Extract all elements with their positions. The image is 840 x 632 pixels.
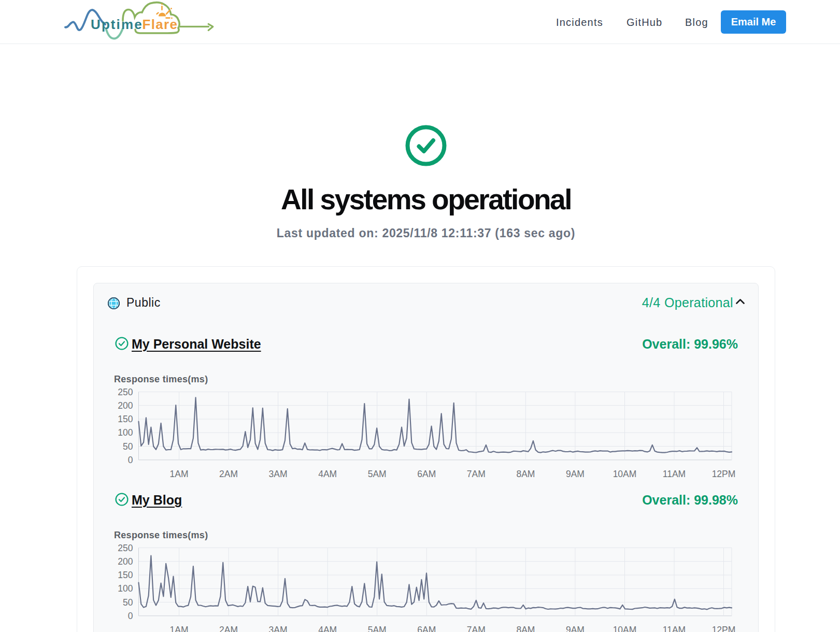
svg-text:100: 100: [118, 427, 133, 438]
svg-text:0: 0: [128, 611, 133, 621]
svg-text:8AM: 8AM: [516, 625, 535, 632]
svg-text:0: 0: [128, 455, 133, 465]
svg-text:100: 100: [118, 583, 133, 594]
svg-text:9AM: 9AM: [566, 625, 585, 632]
svg-text:10AM: 10AM: [613, 625, 637, 632]
svg-text:50: 50: [123, 597, 133, 608]
svg-text:9AM: 9AM: [566, 469, 585, 479]
svg-text:5AM: 5AM: [368, 469, 387, 479]
svg-text:4AM: 4AM: [318, 625, 337, 632]
svg-text:Response times(ms): Response times(ms): [114, 530, 208, 540]
svg-text:7AM: 7AM: [467, 625, 486, 632]
svg-text:Flare: Flare: [143, 17, 178, 32]
svg-text:5AM: 5AM: [368, 625, 387, 632]
svg-text:250: 250: [118, 387, 133, 397]
svg-text:11AM: 11AM: [663, 469, 686, 479]
svg-text:7AM: 7AM: [467, 469, 486, 479]
svg-text:4AM: 4AM: [318, 469, 337, 479]
svg-text:6AM: 6AM: [417, 469, 436, 479]
svg-text:11AM: 11AM: [663, 625, 686, 632]
svg-text:2AM: 2AM: [219, 469, 238, 479]
svg-text:150: 150: [118, 570, 133, 580]
svg-text:200: 200: [118, 400, 133, 411]
svg-text:6AM: 6AM: [417, 625, 436, 632]
svg-text:12PM: 12PM: [712, 625, 736, 632]
svg-text:8AM: 8AM: [516, 469, 535, 479]
svg-text:3AM: 3AM: [269, 469, 288, 479]
svg-text:250: 250: [118, 543, 133, 553]
svg-text:3AM: 3AM: [269, 625, 288, 632]
svg-text:200: 200: [118, 556, 133, 567]
svg-text:12PM: 12PM: [712, 469, 736, 479]
svg-text:1AM: 1AM: [170, 469, 189, 479]
svg-text:10AM: 10AM: [613, 469, 637, 479]
svg-text:2AM: 2AM: [219, 625, 238, 632]
svg-text:150: 150: [118, 414, 133, 424]
svg-text:Uptime: Uptime: [91, 17, 143, 32]
svg-text:1AM: 1AM: [170, 625, 189, 632]
svg-text:50: 50: [123, 441, 133, 452]
svg-text:Response times(ms): Response times(ms): [114, 374, 208, 384]
